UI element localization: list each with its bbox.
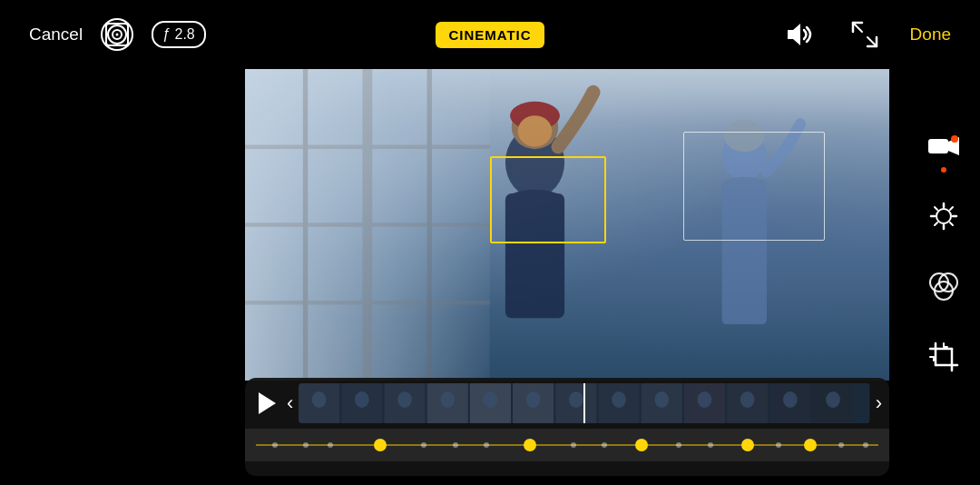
play-button[interactable] — [252, 389, 281, 418]
svg-point-68 — [612, 391, 626, 408]
timeline-focus-point[interactable] — [635, 439, 648, 451]
expand-button[interactable] — [845, 15, 885, 54]
done-button[interactable]: Done — [910, 25, 951, 45]
timeline-focus-point[interactable] — [374, 439, 387, 451]
crop-button[interactable] — [924, 339, 964, 377]
svg-line-36 — [950, 223, 953, 225]
svg-point-73 — [826, 391, 840, 408]
filmstrip-row: ‹ — [245, 378, 889, 429]
svg-point-1 — [113, 30, 122, 39]
timeline-track[interactable] — [256, 436, 878, 454]
timeline-focus-point[interactable] — [524, 439, 536, 451]
focus-box-secondary — [683, 132, 825, 241]
volume-button[interactable] — [779, 15, 819, 54]
video-bg — [245, 69, 889, 381]
adjustment-icon — [929, 202, 958, 231]
filmstrip-right-chevron[interactable]: › — [876, 391, 882, 415]
svg-rect-0 — [106, 24, 128, 45]
timeline-dot-small — [484, 442, 489, 448]
filmstrip-left-chevron[interactable]: ‹ — [287, 391, 293, 415]
svg-point-20 — [518, 115, 553, 146]
color-mix-button[interactable] — [924, 268, 964, 306]
cancel-button[interactable]: Cancel — [29, 25, 83, 45]
timeline-dot-small — [571, 442, 576, 448]
timeline-dot-small — [453, 442, 458, 448]
timeline-dot-small — [272, 442, 278, 448]
left-edge — [0, 0, 245, 485]
timeline-dot-small — [676, 442, 681, 448]
svg-point-64 — [441, 391, 456, 408]
svg-point-63 — [397, 391, 412, 408]
svg-point-72 — [783, 391, 798, 408]
speaker-icon — [784, 22, 815, 47]
svg-line-9 — [867, 37, 877, 46]
bottom-controls: ‹ — [245, 378, 889, 476]
timeline-dot-small — [602, 442, 607, 448]
crop-icon — [928, 341, 959, 372]
filmstrip[interactable] — [299, 383, 869, 423]
svg-point-71 — [740, 391, 755, 408]
adjustment-button[interactable] — [924, 198, 964, 236]
top-bar: Cancel ƒ 2.8 CINEMATIC — [0, 0, 980, 69]
video-container — [245, 69, 889, 381]
svg-point-29 — [951, 135, 958, 143]
focus-tracking-icon[interactable] — [101, 18, 133, 51]
timeline-dot-small — [863, 442, 868, 448]
timeline-line — [256, 444, 878, 446]
expand-icon — [851, 21, 878, 48]
svg-point-69 — [655, 391, 670, 408]
top-bar-center: CINEMATIC — [337, 22, 644, 48]
svg-point-67 — [569, 391, 583, 408]
timeline-focus-point[interactable] — [804, 439, 817, 451]
svg-line-8 — [853, 23, 862, 32]
timeline-dot-small — [421, 442, 426, 448]
top-bar-left: Cancel ƒ 2.8 — [29, 18, 337, 51]
svg-point-61 — [312, 391, 327, 408]
aperture-badge[interactable]: ƒ 2.8 — [152, 21, 206, 48]
focus-icon-svg — [104, 22, 130, 47]
color-mix-icon — [928, 272, 959, 302]
timeline-row — [245, 429, 889, 461]
svg-point-62 — [355, 391, 369, 408]
cinematic-badge: CINEMATIC — [436, 22, 544, 48]
timeline-dot-small — [838, 442, 844, 448]
timeline-dot-small — [776, 442, 781, 448]
phone-frame: Cancel ƒ 2.8 CINEMATIC — [0, 0, 980, 485]
timeline-dot-small — [708, 442, 713, 448]
video-camera-button[interactable] — [924, 127, 964, 165]
svg-line-37 — [950, 207, 953, 210]
svg-point-70 — [698, 391, 712, 408]
svg-rect-27 — [928, 139, 948, 153]
svg-marker-46 — [259, 392, 276, 414]
svg-point-65 — [484, 391, 498, 408]
focus-box-main — [490, 156, 606, 243]
svg-marker-3 — [788, 24, 800, 45]
playhead — [583, 383, 585, 423]
timeline-focus-point[interactable] — [741, 439, 754, 451]
right-toolbar — [924, 118, 964, 376]
svg-point-2 — [116, 34, 119, 36]
timeline-dot-small — [303, 442, 309, 448]
timeline-dot-small — [328, 442, 333, 448]
top-bar-right: Done — [643, 15, 951, 54]
svg-point-30 — [936, 209, 951, 223]
svg-line-35 — [935, 207, 937, 210]
video-camera-icon — [927, 134, 960, 159]
play-icon — [257, 391, 277, 415]
svg-point-66 — [526, 391, 541, 408]
svg-line-38 — [935, 223, 937, 225]
